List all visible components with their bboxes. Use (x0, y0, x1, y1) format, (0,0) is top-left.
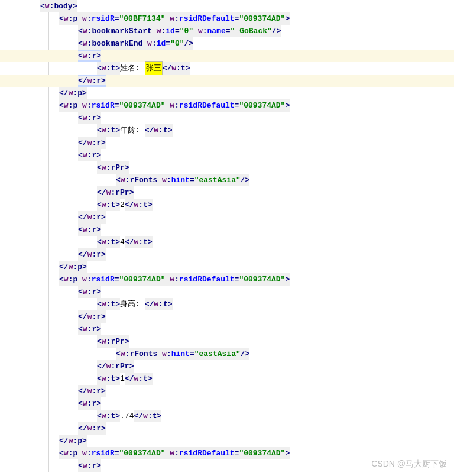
code-line[interactable]: </w:p> (0, 261, 454, 273)
code-line[interactable]: <w:p w:rsidR="009374AD" w:rsidRDefault="… (0, 273, 454, 286)
code-line[interactable]: <w:t>姓名: 张三</w:t> (0, 62, 454, 75)
code-line[interactable]: <w:p w:rsidR="009374AD" w:rsidRDefault="… (0, 99, 454, 112)
code-line[interactable]: </w:r> (0, 211, 454, 224)
code-line[interactable]: </w:rPr> (0, 360, 454, 373)
code-line[interactable]: </w:r> (0, 248, 454, 261)
code-line[interactable]: <w:r> (0, 286, 454, 298)
code-line[interactable]: <w:rPr> (0, 335, 454, 348)
code-line[interactable]: </w:r> (0, 422, 454, 435)
code-line[interactable]: <w:r> (0, 149, 454, 161)
code-line[interactable]: <w:r> (0, 50, 454, 62)
code-line[interactable]: <w:p w:rsidR="009374AD" w:rsidRDefault="… (0, 447, 454, 459)
code-line[interactable]: </w:rPr> (0, 186, 454, 199)
code-line[interactable]: <w:rFonts w:hint="eastAsia"/> (0, 174, 454, 186)
code-line[interactable]: <w:r> (0, 112, 454, 124)
code-line[interactable]: </w:p> (0, 435, 454, 447)
code-line[interactable]: <w:t>4</w:t> (0, 236, 454, 248)
code-line[interactable]: </w:r> (0, 385, 454, 397)
code-line[interactable]: <w:bookmarkEnd w:id="0"/> (0, 37, 454, 50)
code-line[interactable]: </w:p> (0, 87, 454, 99)
code-line[interactable]: </w:r> (0, 137, 454, 149)
code-line[interactable]: <w:t>.74</w:t> (0, 410, 454, 422)
code-line[interactable]: <w:t>年龄: </w:t> (0, 124, 454, 137)
code-line[interactable]: </w:r> (0, 310, 454, 323)
code-line[interactable]: <w:rPr> (0, 161, 454, 174)
code-line[interactable]: <w:rFonts w:hint="eastAsia"/> (0, 348, 454, 360)
code-line[interactable]: <w:t>1</w:t> (0, 373, 454, 385)
code-line[interactable]: </w:r> (0, 75, 454, 87)
code-line[interactable]: <w:bookmarkStart w:id="0" w:name="_GoBac… (0, 25, 454, 37)
code-line[interactable]: <w:r> (0, 459, 454, 472)
code-line[interactable]: <w:r> (0, 224, 454, 236)
code-line[interactable]: <w:t>2</w:t> (0, 199, 454, 211)
code-line[interactable]: <w:body> (0, 0, 454, 12)
code-line[interactable]: <w:t>身高: </w:t> (0, 298, 454, 310)
code-line[interactable]: <w:r> (0, 397, 454, 410)
code-line[interactable]: <w:r> (0, 323, 454, 335)
xml-editor[interactable]: <w:body><w:p w:rsidR="00BF7134" w:rsidRD… (0, 0, 454, 472)
code-line[interactable]: <w:p w:rsidR="00BF7134" w:rsidRDefault="… (0, 12, 454, 25)
